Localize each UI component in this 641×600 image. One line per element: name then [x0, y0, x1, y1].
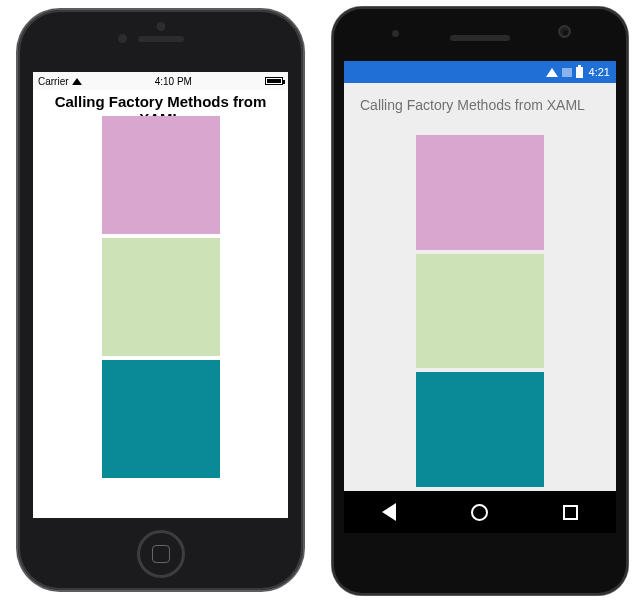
recent-apps-button[interactable] [563, 505, 578, 520]
android-earpiece [450, 35, 510, 41]
color-swatch-3 [416, 372, 544, 487]
page-title: Calling Factory Methods from XAML [344, 83, 616, 125]
wifi-icon [546, 68, 558, 77]
wifi-icon [72, 78, 82, 85]
battery-icon [265, 77, 283, 85]
signal-icon [562, 68, 572, 77]
android-sensor-dot [392, 30, 399, 37]
iphone-sensor-dot [156, 22, 165, 31]
ios-carrier-label: Carrier [38, 76, 69, 87]
android-nav-bar [344, 491, 616, 533]
ios-status-bar: Carrier 4:10 PM [33, 72, 288, 90]
iphone-screen: Carrier 4:10 PM Calling Factory Methods … [33, 72, 288, 518]
android-status-bar: 4:21 [344, 61, 616, 83]
iphone-camera-dot [118, 34, 127, 43]
iphone-speaker [138, 36, 184, 42]
android-clock: 4:21 [587, 66, 610, 78]
iphone-device-frame: Carrier 4:10 PM Calling Factory Methods … [18, 10, 303, 590]
color-swatch-2 [102, 238, 220, 356]
color-swatch-2 [416, 254, 544, 369]
android-content-area [344, 133, 616, 491]
color-swatch-1 [102, 116, 220, 234]
back-button[interactable] [382, 503, 396, 521]
color-swatch-1 [416, 135, 544, 250]
home-button[interactable] [137, 530, 185, 578]
android-camera [558, 25, 571, 38]
color-swatch-3 [102, 360, 220, 478]
home-button[interactable] [471, 504, 488, 521]
android-device-frame: 4:21 Calling Factory Methods from XAML [332, 7, 628, 595]
ios-content-area [33, 112, 288, 518]
battery-icon [576, 67, 583, 78]
ios-clock: 4:10 PM [155, 76, 192, 87]
android-screen: 4:21 Calling Factory Methods from XAML [344, 61, 616, 533]
